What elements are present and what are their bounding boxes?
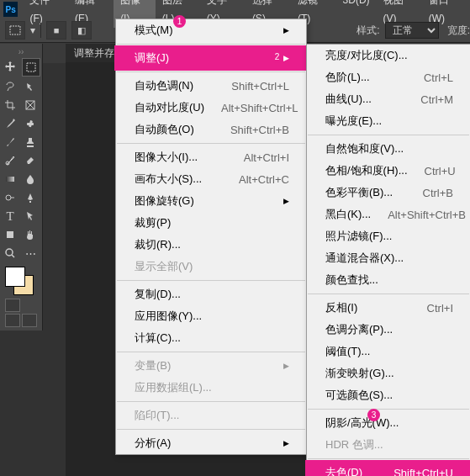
new-selection-icon[interactable]: ■ bbox=[46, 21, 66, 40]
menu-item: 陷印(T)... bbox=[116, 405, 306, 426]
menu-item[interactable]: 画布大小(S)...Alt+Ctrl+C bbox=[116, 168, 306, 190]
gradient-tool-icon[interactable] bbox=[2, 171, 18, 188]
menu-item[interactable]: 阴影/高光(W)... bbox=[307, 412, 470, 434]
menu-item[interactable]: 可选颜色(S)... bbox=[307, 384, 470, 406]
menu-item[interactable]: 分析(A)▶ bbox=[116, 432, 306, 454]
menu-item[interactable]: 去色(D)Shift+Ctrl+U bbox=[305, 460, 470, 476]
menu-item[interactable]: 曝光度(E)... bbox=[307, 110, 470, 132]
menu-item[interactable]: 色调分离(P)... bbox=[307, 319, 470, 341]
toolbox: ›› T ⋯ bbox=[0, 44, 43, 331]
path-select-tool-icon[interactable] bbox=[22, 208, 39, 225]
menubar: Ps 文件(F)编辑(E)图像(I)图层(L)文字(Y)选择(S)滤镜(T)3D… bbox=[0, 0, 470, 19]
menu-item[interactable]: 黑白(K)...Alt+Shift+Ctrl+B bbox=[307, 204, 470, 225]
adjustments-submenu: 亮度/对比度(C)...色阶(L)...Ctrl+L曲线(U)...Ctrl+M… bbox=[306, 44, 470, 476]
frame-tool-icon[interactable] bbox=[22, 97, 39, 114]
menu-item[interactable]: 图像旋转(G)▶ bbox=[116, 190, 306, 212]
menu-item[interactable]: 照片滤镜(F)... bbox=[307, 225, 470, 247]
menu-item[interactable]: 自然饱和度(V)... bbox=[307, 138, 470, 160]
screenmode-toggle[interactable] bbox=[2, 314, 40, 327]
submenu-arrow-icon: ▶ bbox=[270, 362, 289, 370]
move-tool-icon[interactable] bbox=[2, 58, 18, 75]
type-tool-icon[interactable]: T bbox=[2, 208, 18, 225]
menu-item[interactable]: 色相/饱和度(H)...Ctrl+U bbox=[307, 160, 470, 182]
svg-rect-8 bbox=[7, 231, 13, 238]
brush-tool-icon[interactable] bbox=[2, 134, 18, 151]
svg-point-7 bbox=[6, 195, 11, 200]
menu-item[interactable]: 自动颜色(O)Shift+Ctrl+B bbox=[116, 119, 306, 140]
eyedropper-tool-icon[interactable] bbox=[2, 115, 18, 132]
foreground-color-swatch[interactable] bbox=[5, 267, 25, 287]
menu-item[interactable]: 自动色调(N)Shift+Ctrl+L bbox=[116, 75, 306, 97]
lasso-tool-icon[interactable] bbox=[2, 78, 18, 95]
menu-item: 应用数据组(L)... bbox=[116, 377, 306, 399]
menu-item: 变量(B)▶ bbox=[116, 355, 306, 377]
image-menu-dropdown: 模式(M)▶调整(J)▶自动色调(N)Shift+Ctrl+L自动对比度(U)A… bbox=[115, 19, 307, 455]
shape-tool-icon[interactable] bbox=[2, 226, 18, 243]
svg-point-9 bbox=[6, 249, 13, 256]
menu-item[interactable]: 图像大小(I)...Alt+Ctrl+I bbox=[116, 146, 306, 168]
width-label: 宽度: bbox=[447, 24, 470, 38]
toolbox-grip-icon: ›› bbox=[2, 47, 40, 58]
svg-rect-0 bbox=[10, 26, 20, 34]
zoom-tool-icon[interactable] bbox=[2, 245, 18, 262]
stamp-tool-icon[interactable] bbox=[22, 134, 39, 151]
style-select[interactable]: 正常 bbox=[385, 22, 439, 39]
hand-tool-icon[interactable] bbox=[22, 226, 39, 243]
menu-item: 显示全部(V) bbox=[116, 256, 306, 278]
style-label: 样式: bbox=[356, 24, 379, 38]
menu-item[interactable]: 阈值(T)... bbox=[307, 341, 470, 362]
svg-rect-1 bbox=[27, 63, 35, 71]
tutorial-badge-3: 3 bbox=[367, 409, 380, 421]
menu-item: HDR 色调... bbox=[307, 434, 470, 456]
menu-item[interactable]: 裁剪(P) bbox=[116, 212, 306, 234]
marquee-preset-icon[interactable] bbox=[5, 21, 25, 40]
crop-tool-icon[interactable] bbox=[2, 97, 18, 114]
menu-item[interactable]: 裁切(R)... bbox=[116, 234, 306, 256]
menu-item[interactable]: 复制(D)... bbox=[116, 283, 306, 305]
menu-item[interactable]: 计算(C)... bbox=[116, 327, 306, 349]
marquee-tool-icon[interactable] bbox=[22, 58, 40, 77]
menu-item[interactable]: 渐变映射(G)... bbox=[307, 362, 470, 384]
blur-tool-icon[interactable] bbox=[22, 171, 39, 188]
eraser-tool-icon[interactable] bbox=[22, 152, 39, 169]
history-brush-tool-icon[interactable] bbox=[2, 152, 18, 169]
pen-tool-icon[interactable] bbox=[22, 189, 39, 206]
dropdown-icon[interactable]: ▾ bbox=[30, 24, 35, 36]
add-selection-icon[interactable]: ◧ bbox=[71, 21, 92, 40]
submenu-arrow-icon: ▶ bbox=[270, 26, 289, 34]
menu-item[interactable]: 色阶(L)...Ctrl+L bbox=[307, 66, 470, 88]
submenu-arrow-icon: ▶ bbox=[270, 197, 289, 205]
menu-item[interactable]: 自动对比度(U)Alt+Shift+Ctrl+L bbox=[116, 97, 306, 119]
menu-item[interactable]: 应用图像(Y)... bbox=[116, 305, 306, 327]
menu-item[interactable]: 反相(I)Ctrl+I bbox=[307, 297, 470, 319]
color-swatches[interactable] bbox=[2, 267, 40, 297]
edit-toolbar-icon[interactable]: ⋯ bbox=[22, 245, 39, 262]
tutorial-badge-2: 2 bbox=[271, 50, 283, 63]
heal-tool-icon[interactable] bbox=[22, 115, 39, 132]
svg-rect-6 bbox=[6, 177, 14, 182]
submenu-arrow-icon: ▶ bbox=[270, 439, 289, 447]
menu-item[interactable]: 模式(M)▶ bbox=[116, 19, 306, 41]
ps-logo-icon: Ps bbox=[3, 2, 18, 17]
quick-select-tool-icon[interactable] bbox=[22, 78, 39, 95]
menu-item[interactable]: 亮度/对比度(C)... bbox=[307, 45, 470, 66]
menu-item[interactable]: 颜色查找... bbox=[307, 269, 470, 291]
quickmask-toggle[interactable] bbox=[2, 299, 40, 312]
dodge-tool-icon[interactable] bbox=[2, 189, 18, 206]
tutorial-badge-1: 1 bbox=[173, 15, 186, 28]
menu-item[interactable]: 曲线(U)...Ctrl+M bbox=[307, 88, 470, 110]
menu-item[interactable]: 色彩平衡(B)...Ctrl+B bbox=[307, 182, 470, 204]
menu-item[interactable]: 通道混合器(X)... bbox=[307, 247, 470, 269]
